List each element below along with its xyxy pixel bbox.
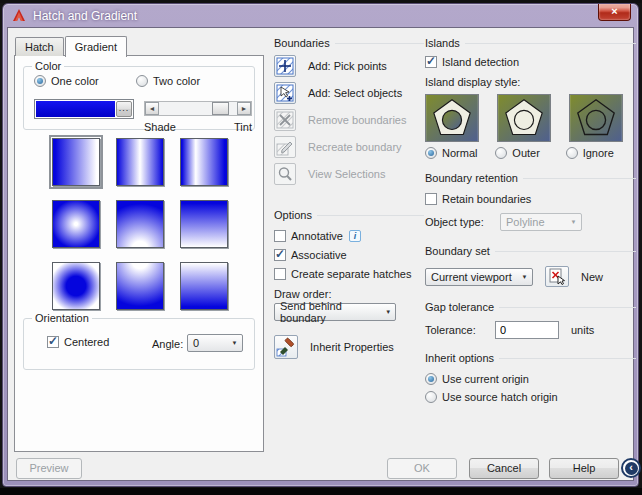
boundaries-header: Boundaries (274, 36, 424, 50)
retain-boundaries-checkbox[interactable] (425, 193, 437, 205)
island-style-normal-image[interactable] (425, 94, 479, 142)
island-normal-radio-row[interactable]: Normal (425, 147, 495, 159)
two-color-radio[interactable]: Two color (136, 75, 200, 87)
create-separate-hatches-row[interactable]: Create separate hatches (274, 266, 424, 281)
add-select-objects-button[interactable] (274, 82, 296, 104)
island-outer-radio[interactable] (495, 147, 507, 159)
draw-order-select[interactable]: Send behind boundary ▼ (274, 303, 396, 321)
tab-hatch[interactable]: Hatch (15, 37, 64, 56)
gap-tolerance-title: Gap tolerance (425, 301, 494, 313)
options-header: Options (274, 208, 424, 222)
chevron-down-icon: ▼ (517, 269, 532, 285)
swatch-inverted-curved[interactable] (180, 262, 228, 310)
create-separate-hatches-checkbox[interactable] (274, 268, 286, 280)
associative-checkbox[interactable] (274, 249, 286, 261)
associative-row[interactable]: Associative (274, 247, 424, 262)
centered-checkbox[interactable] (47, 336, 59, 348)
island-outer-label: Outer (512, 147, 540, 159)
add-select-objects-row[interactable]: Add: Select objects (274, 82, 424, 104)
recreate-boundary-button[interactable] (274, 136, 296, 158)
slider-left-arrow-icon[interactable]: ◄ (145, 102, 159, 115)
swatch-cylinder[interactable] (116, 138, 164, 186)
annotative-label: Annotative (291, 230, 343, 242)
swatch-linear[interactable] (52, 138, 100, 186)
use-current-origin-label: Use current origin (442, 373, 529, 385)
island-ignore-radio[interactable] (566, 147, 578, 159)
island-style-ignore-image[interactable] (569, 94, 623, 142)
tolerance-label: Tolerance: (425, 324, 495, 336)
collapse-options-button[interactable]: ‹ (621, 458, 641, 478)
island-style-outer-image[interactable] (497, 94, 551, 142)
inherit-options-header: Inherit options (425, 351, 636, 365)
add-pick-points-button[interactable] (274, 55, 296, 77)
swatch-curved[interactable] (180, 200, 228, 248)
color-swatch-well[interactable]: ... (34, 99, 134, 119)
swatch-spherical[interactable] (52, 200, 100, 248)
shade-tint-labels: Shade Tint (144, 121, 252, 133)
cancel-button[interactable]: Cancel (469, 458, 539, 479)
right-column: Islands Island detection Island display … (425, 36, 636, 403)
inherit-properties-button[interactable] (274, 335, 298, 359)
tab-bar: Hatch Gradient (15, 35, 128, 56)
island-style-images (425, 94, 636, 142)
titlebar[interactable]: Hatch and Gradient × (3, 4, 638, 27)
retain-boundaries-row[interactable]: Retain boundaries (425, 193, 636, 205)
add-pick-points-row[interactable]: Add: Pick points (274, 55, 424, 77)
shade-tint-slider[interactable]: ◄ ► (144, 101, 252, 116)
boundary-retention-header: Boundary retention (425, 171, 636, 185)
one-color-radio[interactable]: One color (34, 75, 99, 87)
tolerance-input[interactable] (495, 321, 559, 339)
island-outer-radio-row[interactable]: Outer (495, 147, 565, 159)
associative-label: Associative (291, 249, 347, 261)
slider-track[interactable] (159, 102, 237, 115)
swatch-inverted-spherical[interactable] (52, 262, 100, 310)
centered-checkbox-row[interactable]: Centered (47, 336, 109, 348)
annotative-row[interactable]: Annotative i (274, 228, 424, 243)
island-normal-radio[interactable] (425, 147, 437, 159)
boundary-retention-title: Boundary retention (425, 172, 518, 184)
island-display-style-label: Island display style: (425, 76, 636, 88)
tab-gradient[interactable]: Gradient (65, 36, 127, 57)
orientation-groupbox: Orientation Centered Angle: 0 ▼ (23, 318, 255, 370)
swatch-inverted-cylinder[interactable] (180, 138, 228, 186)
use-current-origin-row[interactable]: Use current origin (425, 373, 636, 385)
use-source-hatch-origin-radio[interactable] (425, 391, 437, 403)
add-select-objects-label: Add: Select objects (308, 87, 402, 99)
swatch-inverted-hemispherical[interactable] (116, 262, 164, 310)
angle-select[interactable]: 0 ▼ (187, 334, 243, 352)
slider-thumb[interactable] (212, 102, 229, 115)
boundary-set-select[interactable]: Current viewport ▼ (425, 268, 533, 286)
close-button[interactable]: × (598, 4, 631, 21)
pick-points-icon (276, 57, 294, 75)
gradient-tab-page: Color One color Two color ... ◄ (14, 55, 264, 452)
help-button[interactable]: Help (549, 458, 619, 479)
view-selections-button[interactable] (274, 163, 296, 185)
swatch-hemispherical[interactable] (116, 200, 164, 248)
create-separate-hatches-label: Create separate hatches (291, 268, 411, 280)
angle-value: 0 (193, 337, 199, 349)
island-ignore-radio-row[interactable]: Ignore (566, 147, 636, 159)
view-selections-label: View Selections (308, 168, 385, 180)
boundary-set-value: Current viewport (431, 271, 512, 283)
use-source-hatch-origin-row[interactable]: Use source hatch origin (425, 391, 636, 403)
inherit-properties-row[interactable]: Inherit Properties (274, 335, 424, 359)
inherit-properties-brush-icon (276, 337, 296, 357)
draw-order-value: Send behind boundary (280, 300, 381, 324)
two-color-radio-circle[interactable] (136, 75, 148, 87)
island-detection-checkbox[interactable] (425, 56, 437, 68)
object-type-select[interactable]: Polyline ▼ (500, 213, 582, 231)
boundary-set-title: Boundary set (425, 245, 490, 257)
info-icon[interactable]: i (349, 230, 361, 242)
color-browse-button[interactable]: ... (116, 101, 132, 117)
ok-button[interactable]: OK (387, 458, 457, 479)
slider-right-arrow-icon[interactable]: ► (237, 102, 251, 115)
color-swatch[interactable] (36, 101, 115, 117)
one-color-radio-circle[interactable] (34, 75, 46, 87)
island-detection-row[interactable]: Island detection (425, 56, 636, 68)
annotative-checkbox[interactable] (274, 230, 286, 242)
new-boundary-set-button[interactable] (545, 266, 569, 287)
use-current-origin-radio[interactable] (425, 373, 437, 385)
remove-boundaries-button[interactable] (274, 109, 296, 131)
preview-button[interactable]: Preview (16, 458, 82, 479)
boundaries-title: Boundaries (274, 37, 330, 49)
